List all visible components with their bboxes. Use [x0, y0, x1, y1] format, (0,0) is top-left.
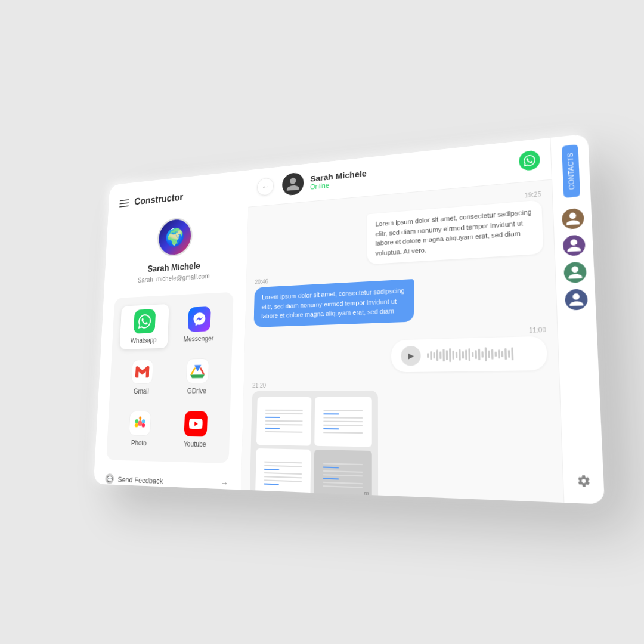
- expand-icon: ⊞: [363, 490, 369, 499]
- fl: [264, 468, 279, 470]
- fl: [264, 472, 302, 474]
- app-item-gdrive[interactable]: GDrive: [171, 354, 224, 400]
- wave-bar: [501, 351, 504, 357]
- wave-bar: [511, 347, 513, 360]
- wave-bar: [478, 348, 481, 360]
- avatar: 🌍: [157, 216, 193, 258]
- message-time-3: 11:00: [529, 326, 546, 334]
- messenger-icon: [188, 306, 211, 332]
- wave-bar: [508, 349, 510, 357]
- app-scene: Constructor 🌍 Sarah Michele Sarah_michel…: [66, 155, 578, 489]
- thumb-lines: [323, 410, 363, 434]
- app-item-youtube[interactable]: Youtube: [169, 407, 222, 454]
- file-grid: ⊞ 4 Files - JPG: [249, 390, 378, 503]
- svg-point-2: [141, 419, 145, 423]
- wave-bar: [495, 351, 497, 357]
- wave-bar: [446, 349, 448, 360]
- contact-avatar-1[interactable]: [561, 208, 584, 230]
- app-item-photo[interactable]: Photo: [114, 406, 165, 452]
- waveform: [427, 345, 536, 363]
- fl: [323, 428, 339, 429]
- wave-bar: [427, 352, 429, 357]
- settings-button[interactable]: [571, 469, 596, 493]
- contacts-label[interactable]: CONTACTS: [561, 145, 580, 198]
- wave-bar: [449, 348, 451, 361]
- message-bubble-1: Lorem ipsum dolor sit amet, consectetur …: [367, 200, 543, 264]
- fl: [265, 427, 280, 428]
- wave-bar: [468, 348, 470, 361]
- fl: [323, 466, 339, 468]
- sidebar-header: Constructor: [119, 187, 237, 209]
- arrow-right-icon-2: →: [220, 495, 228, 504]
- message-group-3: 11:00 ▶: [253, 326, 548, 374]
- hamburger-menu[interactable]: [119, 199, 129, 207]
- back-button[interactable]: ←: [257, 177, 274, 196]
- contact-avatar-2[interactable]: [562, 234, 586, 256]
- wave-bar: [491, 349, 494, 359]
- fl: [323, 485, 363, 488]
- app-grid-container: Whatsapp Messenger: [106, 292, 233, 463]
- chat-user-info: Sarah Michele Online: [310, 153, 512, 191]
- message-group-2: 20:46 Lorem ipsum dolor sit amet, consec…: [253, 262, 546, 327]
- knowledge-base-label: Knowledge Base: [117, 491, 166, 501]
- app-item-messenger[interactable]: Messenger: [174, 301, 225, 348]
- wave-bar: [434, 352, 435, 358]
- fl: [265, 416, 280, 417]
- sidebar: Constructor 🌍 Sarah Michele Sarah_michel…: [94, 170, 249, 490]
- main-chat-area: ← Sarah Michele Online: [241, 138, 564, 503]
- fl: [323, 420, 363, 422]
- file-grid-inner: ⊞: [255, 397, 372, 502]
- wave-bar: [439, 351, 441, 359]
- message-text-2: Lorem ipsum dolor sit amet, consectetur …: [261, 287, 404, 320]
- message-time-1: 19:25: [525, 191, 541, 199]
- play-button[interactable]: ▶: [401, 345, 420, 366]
- file-count: 4 Files - JPG: [255, 501, 372, 503]
- file-thumb-1: [256, 397, 311, 445]
- fl: [323, 417, 363, 418]
- contact-avatar-4[interactable]: [564, 289, 587, 311]
- message-time-2: 20:46: [255, 278, 268, 286]
- youtube-icon: [184, 411, 208, 436]
- gmail-icon: [131, 360, 154, 384]
- send-feedback-label: Send Feedback: [117, 475, 163, 485]
- fl: [264, 465, 302, 467]
- fl: [264, 476, 302, 478]
- app-card: Constructor 🌍 Sarah Michele Sarah_michel…: [94, 134, 605, 504]
- youtube-label: Youtube: [184, 440, 206, 448]
- fl: [264, 479, 302, 482]
- audio-message: ▶: [391, 336, 547, 372]
- thumb-lines: [264, 461, 302, 485]
- thumb-lines: [265, 409, 303, 432]
- arrow-right-icon: →: [221, 478, 228, 488]
- message-bubble-2: Lorem ipsum dolor sit amet, consectetur …: [253, 279, 414, 327]
- wave-bar: [465, 349, 467, 360]
- fl: [323, 474, 363, 476]
- wave-bar: [488, 350, 490, 358]
- fl: [323, 463, 363, 465]
- sidebar-title: Constructor: [134, 192, 184, 208]
- fl: [323, 410, 363, 411]
- knowledge-base-link[interactable]: ? Knowledge Base →: [104, 490, 228, 504]
- fl: [323, 470, 363, 472]
- feedback-icon: 💬: [105, 473, 114, 484]
- file-thumb-2: [314, 397, 371, 447]
- contact-avatar-3[interactable]: [564, 261, 587, 283]
- wave-bar: [442, 349, 445, 361]
- file-thumb-4: ⊞: [314, 449, 372, 501]
- wave-bar: [475, 349, 477, 358]
- wave-bar: [462, 351, 464, 358]
- wave-bar: [459, 349, 461, 360]
- thumb-lines: [323, 463, 363, 488]
- fl: [265, 431, 303, 432]
- app-item-whatsapp[interactable]: Whatsapp: [119, 304, 169, 349]
- fl: [265, 420, 303, 422]
- fl: [265, 423, 303, 425]
- wave-bar: [430, 351, 432, 360]
- fl: [323, 432, 363, 434]
- app-item-gmail[interactable]: Gmail: [117, 355, 167, 400]
- wave-bar: [498, 349, 500, 358]
- fl: [265, 413, 303, 414]
- wave-bar: [436, 349, 438, 361]
- gmail-label: Gmail: [134, 388, 149, 395]
- send-feedback-link[interactable]: 💬 Send Feedback →: [105, 473, 228, 488]
